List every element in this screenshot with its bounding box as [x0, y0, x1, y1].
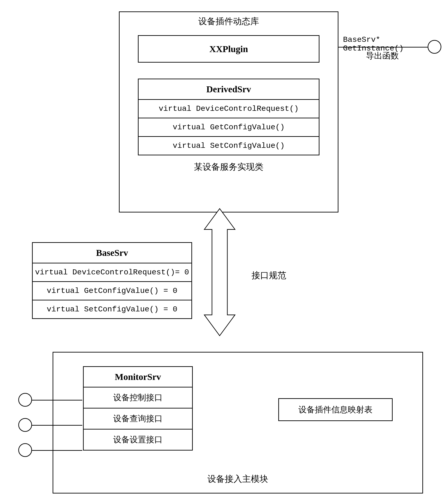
derivedsrv-method-2: virtual SetConfigValue() [138, 136, 319, 155]
interface-line-0 [32, 400, 82, 400]
device-plugin-library-box: 设备插件动态库 XXPlugin DerivedSrv virtual Devi… [119, 11, 338, 213]
interface-circle-2 [18, 443, 32, 457]
export-interface-circle [428, 40, 441, 54]
interface-circle-0 [18, 393, 32, 407]
monitorsrv-interface-2: 设备设置接口 [84, 429, 192, 450]
derivedsrv-caption: 某设备服务实现类 [120, 155, 338, 176]
device-access-main-module-box: MonitorSrv 设备控制接口 设备查询接口 设备设置接口 设备插件信息映射… [53, 352, 423, 493]
basesrv-method-1: virtual GetConfigValue() = 0 [33, 281, 191, 300]
export-label: 导出函数 [366, 50, 399, 61]
monitorsrv-interface-1: 设备查询接口 [84, 408, 192, 429]
interface-spec-label: 接口规范 [252, 270, 286, 281]
derivedsrv-method-1: virtual GetConfigValue() [138, 118, 319, 136]
interface-circle-1 [18, 418, 32, 432]
monitorsrv-name: MonitorSrv [84, 367, 192, 387]
interface-line-1 [32, 425, 82, 426]
derivedsrv-class-box: DerivedSrv virtual DeviceControlRequest(… [138, 79, 319, 155]
monitorsrv-class-box: MonitorSrv 设备控制接口 设备查询接口 设备设置接口 [83, 366, 193, 450]
derivedsrv-method-0: virtual DeviceControlRequest() [138, 99, 319, 118]
plugin-info-mapping-box: 设备插件信息映射表 [278, 398, 393, 421]
xxplugin-label: XXPlugin [210, 44, 248, 54]
device-plugin-library-title: 设备插件动态库 [120, 12, 338, 31]
basesrv-name: BaseSrv [33, 243, 191, 263]
basesrv-method-2: virtual SetConfigValue() = 0 [33, 300, 191, 318]
monitorsrv-interface-0: 设备控制接口 [84, 387, 192, 408]
xxplugin-box: XXPlugin [138, 35, 319, 63]
basesrv-method-0: virtual DeviceControlRequest()= 0 [33, 263, 191, 281]
plugin-info-mapping-label: 设备插件信息映射表 [298, 404, 372, 415]
basesrv-class-box: BaseSrv virtual DeviceControlRequest()= … [32, 242, 192, 319]
device-access-main-module-title: 设备接入主模块 [53, 470, 422, 488]
derivedsrv-name: DerivedSrv [138, 79, 319, 99]
interface-line-2 [32, 450, 82, 451]
